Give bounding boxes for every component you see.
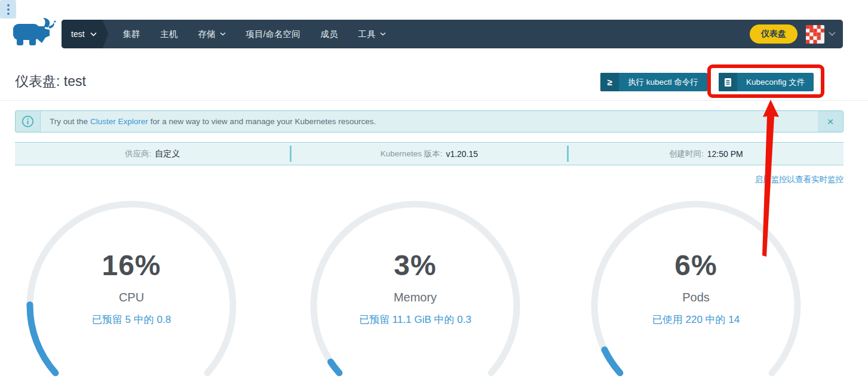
nav-item-hosts[interactable]: 主机 <box>161 29 178 40</box>
close-icon: × <box>827 115 833 128</box>
kubernetes-version-label: Kubernetes 版本: <box>381 149 443 159</box>
rancher-logo[interactable] <box>11 17 57 49</box>
avatar[interactable] <box>806 25 824 44</box>
kubernetes-version-cell: Kubernetes 版本: v1.20.15 <box>292 149 566 159</box>
kubeconfig-button[interactable]: Kubeconfig 文件 <box>719 73 814 91</box>
created-time-value: 12:50 PM <box>707 149 743 159</box>
chevron-down-icon <box>220 32 226 36</box>
gauge-detail: 已预留 11.1 GiB 中的 0.3 <box>290 313 541 326</box>
gauge-track <box>30 204 233 373</box>
nav-item-tools[interactable]: 工具 <box>358 29 386 40</box>
gauge-label: Pods <box>571 291 821 304</box>
dot <box>7 4 10 7</box>
nav-item-label: 成员 <box>321 29 338 40</box>
nav-item-label: 项目/命名空间 <box>246 29 300 40</box>
gauge-memory: 3% Memory 已预留 11.1 GiB 中的 0.3 <box>290 197 541 379</box>
banner-text: Try out the Cluster Explorer for a new w… <box>41 111 818 132</box>
created-time-label: 创建时间: <box>669 149 704 159</box>
banner-prefix: Try out the <box>50 117 88 126</box>
dot <box>7 13 10 15</box>
nav-menu: 集群 主机 存储 项目/命名空间 成员 工具 <box>123 29 386 40</box>
chevron-down-icon <box>380 32 386 36</box>
chevron-down-icon <box>90 32 97 36</box>
nav-item-projects-namespaces[interactable]: 项目/命名空间 <box>246 29 300 40</box>
gauge-progress <box>605 350 620 373</box>
gauge-percent: 6% <box>571 249 821 282</box>
gauge-percent: 16% <box>6 249 257 282</box>
dashboard-button[interactable]: 仪表盘 <box>750 24 798 44</box>
page-title: 仪表盘: test <box>15 72 86 91</box>
gauge-detail: 已预留 5 中的 0.8 <box>6 313 257 326</box>
gauge-pods: 6% Pods 已使用 220 中的 14 <box>571 197 821 379</box>
dot <box>7 8 10 11</box>
gauge-memory-chart <box>290 197 541 379</box>
file-icon <box>719 73 737 91</box>
banner-suffix: for a new way to view and manage your Ku… <box>151 117 376 126</box>
more-actions-button[interactable] <box>0 0 16 19</box>
gauge-pods-chart <box>571 197 821 379</box>
gauge-label: CPU <box>6 291 257 304</box>
provider-value: 自定义 <box>155 149 180 159</box>
nav-item-members[interactable]: 成员 <box>321 29 338 40</box>
nav-item-label: 主机 <box>161 29 178 40</box>
gauge-progress <box>331 362 339 373</box>
nav-item-label: 存储 <box>198 29 216 40</box>
nav-item-clusters[interactable]: 集群 <box>123 29 140 40</box>
gauge-track <box>594 204 798 373</box>
enable-monitoring-link[interactable]: 启用监控以查看实时监控 <box>755 174 844 185</box>
nav-item-storage[interactable]: 存储 <box>198 29 226 40</box>
top-navbar: test 集群 主机 存储 项目/命名空间 成员 工具 <box>62 20 843 48</box>
kubeconfig-button-label: Kubeconfig 文件 <box>737 77 814 88</box>
gauge-percent: 3% <box>290 249 541 282</box>
terminal-icon: ≥ <box>600 73 619 91</box>
cluster-switcher[interactable]: test <box>62 20 109 48</box>
banner-close-button[interactable]: × <box>818 111 843 132</box>
gauge-cpu: 16% CPU 已预留 5 中的 0.8 <box>6 197 257 379</box>
nav-item-label: 集群 <box>123 29 140 40</box>
user-menu-chevron-icon[interactable] <box>829 32 836 36</box>
created-time-cell: 创建时间: 12:50 PM <box>569 149 844 159</box>
gauge-detail: 已使用 220 中的 14 <box>571 313 821 326</box>
kubectl-button-label: 执行 kubectl 命令行 <box>619 77 707 88</box>
nav-item-label: 工具 <box>358 29 376 40</box>
gauge-track <box>314 204 517 373</box>
kubernetes-version-value: v1.20.15 <box>446 149 478 159</box>
info-icon <box>16 111 41 132</box>
cluster-explorer-link[interactable]: Cluster Explorer <box>90 117 148 126</box>
kubectl-button[interactable]: ≥ 执行 kubectl 命令行 <box>600 73 707 91</box>
gauge-cpu-chart <box>6 197 257 379</box>
provider-label: 供应商: <box>125 149 151 159</box>
cluster-info-bar: 供应商: 自定义 Kubernetes 版本: v1.20.15 创建时间: 1… <box>15 142 844 165</box>
header-divider <box>0 100 868 101</box>
gauge-label: Memory <box>290 291 541 304</box>
provider-cell: 供应商: 自定义 <box>15 149 290 159</box>
cluster-explorer-banner: Try out the Cluster Explorer for a new w… <box>15 110 844 133</box>
cluster-switcher-label: test <box>71 29 85 39</box>
